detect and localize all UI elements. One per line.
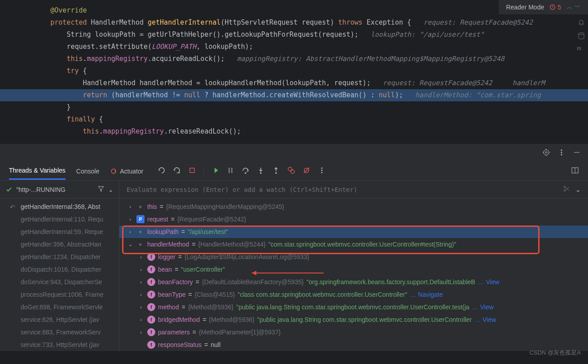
var-request[interactable]: › P request = {RequestFacade@5242} [119,213,588,225]
tab-console[interactable]: Console [76,163,99,179]
step-into-icon[interactable] [257,166,265,176]
thread-selector[interactable]: "http-...RUNNING ⌄ [0,181,119,199]
var-bridgedMethod[interactable]: › f bridgedMethod = {Method@5936} "publi… [119,313,588,326]
step-out-icon[interactable] [272,166,280,176]
database-icon[interactable] [577,31,586,40]
back-icon[interactable]: ↶ [10,204,15,211]
rerun-debug-icon[interactable] [173,166,181,176]
breakpoint-line[interactable]: return (handlerMethod != null ? handlerM… [0,89,588,101]
var-bean[interactable]: › f bean = "userController" [119,263,588,276]
step-over-icon[interactable] [241,166,250,176]
debug-panel: Threads & Variables Console Actuator "ht… [0,143,588,351]
pause-icon[interactable] [226,166,234,176]
view-link[interactable]: … View [472,303,494,311]
var-parameters[interactable]: › f parameters = {MethodParameter[1]@593… [119,326,588,338]
tab-actuator[interactable]: Actuator [110,163,143,179]
stop-icon[interactable] [188,166,196,176]
rerun-icon[interactable] [158,166,166,176]
stack-frame[interactable]: processRequest:1006, Frame [0,288,119,301]
layout-icon[interactable] [571,166,579,176]
stack-frame[interactable]: getHandlerInternal:110, Requ [0,213,119,225]
stack-frame[interactable]: service:883, FrameworkServ [0,326,119,338]
mute-breakpoints-icon[interactable] [303,166,311,176]
svg-point-24 [564,190,566,191]
stack-frame[interactable]: service:626, HttpServlet (jav [0,313,119,326]
svg-point-17 [291,170,294,173]
watermark: CSDN @灰色孤星A [530,349,581,351]
right-tool-strip: m [575,0,588,143]
var-responseStatus[interactable]: › f responseStatus = null [119,338,588,351]
stack-frame[interactable]: ↶getHandlerInternal:368, Abst [0,200,119,213]
svg-point-4 [545,152,547,153]
expand-icon[interactable]: ⌄ [575,186,581,193]
watch-bar: Evaluate expression (Enter) or add a wat… [119,181,588,199]
svg-point-3 [544,150,549,155]
threads-column: "http-...RUNNING ⌄ ↶getHandlerInternal:3… [0,181,119,351]
evaluate-input[interactable]: Evaluate expression (Enter) or add a wat… [127,186,557,193]
stack-frame[interactable]: getHandler:396, AbstractHan [0,238,119,251]
svg-rect-11 [228,168,230,173]
stack-frame[interactable]: doService:943, DispatcherSe [0,276,119,288]
notifications-icon[interactable] [577,18,586,27]
svg-point-9 [178,172,180,173]
minimize-icon[interactable] [573,148,581,158]
var-handlerMethod[interactable]: ⌄ ≡ handlerMethod = {HandlerMethod@5244}… [119,238,588,251]
svg-point-6 [561,152,562,153]
stack-frame[interactable]: getHandlerInternal:59, Reque [0,225,119,238]
filter-icon[interactable] [97,185,105,194]
maven-icon[interactable]: m [577,45,586,54]
dropdown-icon[interactable]: ⌄ [108,186,114,193]
var-this[interactable]: › ≡ this = {RequestMappingHandlerMapping… [119,200,588,213]
var-method[interactable]: › f method = {Method@5936} "public java.… [119,301,588,313]
stack-icon: ≡ [136,203,145,211]
more-debug-icon[interactable] [318,166,326,176]
stack-frame[interactable]: doGet:898, FrameworkServle [0,301,119,313]
stack-frame[interactable]: doDispatch:1016, Dispatcher [0,263,119,276]
thread-name: "http-...RUNNING [16,186,94,193]
param-icon: P [136,215,145,223]
svg-rect-10 [190,168,194,173]
var-logger[interactable]: › f logger = {LogAdapter$Slf4jLocationAw… [119,251,588,263]
svg-point-23 [564,186,566,188]
svg-point-21 [321,172,323,173]
field-icon: f [147,253,155,261]
stack-icon: ≡ [136,228,145,236]
svg-point-19 [321,168,323,169]
expand-arrow-icon[interactable]: › [127,204,134,209]
debug-top-toolbar [0,144,588,162]
variable-tree: › ≡ this = {RequestMappingHandlerMapping… [119,199,588,351]
svg-point-20 [321,170,323,171]
collapse-arrow-icon: ⌄ [127,242,134,247]
svg-rect-12 [231,168,233,173]
scissors-icon[interactable] [563,185,570,194]
stack-frame[interactable]: getHandler:1234, Dispatcher [0,251,119,263]
view-breakpoints-icon[interactable] [287,166,295,176]
svg-point-15 [276,173,276,173]
var-beanType[interactable]: › f beanType = {Class@4515} "class com.s… [119,288,588,301]
svg-point-2 [579,33,584,35]
view-link[interactable]: … View [474,316,496,323]
stack-frame[interactable]: service:733, HttpServlet (jav [0,338,119,351]
debug-tabs: Threads & Variables Console Actuator [0,162,588,181]
more-icon[interactable] [557,148,566,158]
svg-point-13 [245,173,246,173]
code-editor[interactable]: Reader Mode 5 ︿ ﹀ @Override protected Ha… [0,0,588,143]
stack-frames: ↶getHandlerInternal:368, AbstgetHandlerI… [0,199,119,351]
var-beanFactory[interactable]: › f beanFactory = {DefaultListableBeanFa… [119,276,588,288]
svg-point-14 [260,173,261,173]
svg-point-5 [561,149,562,151]
navigate-link[interactable]: … Navigate [410,291,443,298]
resume-icon[interactable] [211,166,219,176]
target-icon[interactable] [542,148,550,158]
code-content[interactable]: @Override protected HandlerMethod getHan… [0,0,588,138]
view-link[interactable]: … View [478,278,500,286]
tab-threads-variables[interactable]: Threads & Variables [9,162,66,180]
variables-column: Evaluate expression (Enter) or add a wat… [119,181,588,351]
var-lookupPath[interactable]: › ≡ lookupPath = "/api/user/test" [119,225,588,238]
svg-point-7 [561,154,562,155]
